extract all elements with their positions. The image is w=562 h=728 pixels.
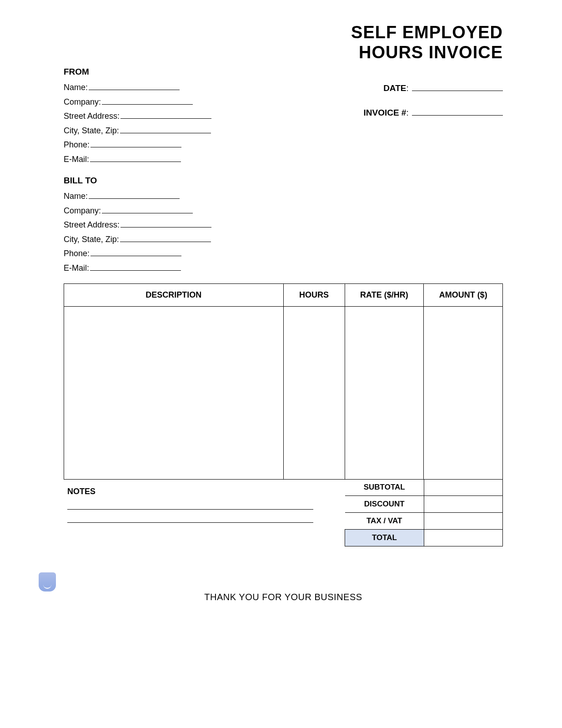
col-amount-header: AMOUNT ($) [424, 284, 503, 307]
cell-description[interactable] [64, 307, 284, 480]
col-description-header: DESCRIPTION [64, 284, 284, 307]
col-rate-header: RATE ($/HR) [345, 284, 424, 307]
table-header-row: DESCRIPTION HOURS RATE ($/HR) AMOUNT ($) [64, 284, 503, 307]
billto-name-label: Name: [64, 192, 88, 201]
invoice-no-colon: : [406, 108, 408, 117]
from-phone-row: Phone: [64, 138, 211, 152]
line-items-table: DESCRIPTION HOURS RATE ($/HR) AMOUNT ($) [64, 283, 503, 480]
notes-totals-row: NOTES SUBTOTAL DISCOUNT TAX / VAT TOTAL [64, 480, 503, 546]
billto-street-field[interactable] [120, 219, 211, 228]
billto-phone-field[interactable] [90, 248, 181, 256]
left-column: FROM Name: Company: Street Address: City… [64, 67, 211, 275]
document-title: SELF EMPLOYED HOURS INVOICE [351, 23, 503, 62]
tax-row: TAX / VAT [345, 513, 503, 530]
discount-label: DISCOUNT [345, 496, 424, 513]
tax-label: TAX / VAT [345, 513, 424, 530]
from-city-row: City, State, Zip: [64, 124, 211, 138]
billto-city-row: City, State, Zip: [64, 233, 211, 247]
notes-section: NOTES [64, 480, 310, 546]
from-city-field[interactable] [120, 125, 211, 133]
billto-section: BILL TO Name: Company: Street Address: C… [64, 176, 211, 275]
discount-value[interactable] [424, 496, 502, 513]
invoice-no-row: INVOICE #: [363, 105, 503, 120]
from-company-row: Company: [64, 95, 211, 110]
smile-icon [43, 585, 51, 589]
from-email-row: E-Mail: [64, 152, 211, 167]
invoice-no-label: INVOICE # [363, 108, 406, 117]
from-phone-field[interactable] [90, 139, 181, 147]
date-colon: : [406, 83, 408, 93]
billto-name-field[interactable] [89, 191, 180, 199]
from-company-label: Company: [64, 97, 101, 106]
billto-name-row: Name: [64, 189, 211, 204]
cell-rate[interactable] [345, 307, 424, 480]
notes-line-1[interactable] [67, 509, 313, 510]
document-title-container: SELF EMPLOYED HOURS INVOICE [64, 23, 503, 62]
from-company-field[interactable] [102, 96, 193, 105]
title-line-2: HOURS INVOICE [359, 43, 503, 62]
subtotal-label: SUBTOTAL [345, 479, 424, 496]
from-section: FROM Name: Company: Street Address: City… [64, 67, 211, 167]
table-body-row [64, 307, 503, 480]
from-street-row: Street Address: [64, 109, 211, 124]
billto-city-field[interactable] [120, 234, 211, 242]
billto-street-row: Street Address: [64, 218, 211, 233]
from-email-field[interactable] [90, 154, 181, 162]
from-city-label: City, State, Zip: [64, 126, 119, 135]
from-name-label: Name: [64, 83, 88, 92]
from-name-field[interactable] [89, 82, 180, 90]
col-hours-header: HOURS [283, 284, 345, 307]
billto-company-label: Company: [64, 206, 101, 215]
subtotal-value[interactable] [424, 479, 502, 496]
totals-section: SUBTOTAL DISCOUNT TAX / VAT TOTAL [345, 479, 503, 546]
total-row: TOTAL [345, 530, 503, 546]
billto-company-field[interactable] [102, 205, 193, 213]
title-line-1: SELF EMPLOYED [351, 23, 503, 42]
footer-message: THANK YOU FOR YOUR BUSINESS [64, 592, 503, 602]
cell-hours[interactable] [283, 307, 345, 480]
app-icon [39, 572, 56, 592]
from-email-label: E-Mail: [64, 155, 89, 164]
billto-city-label: City, State, Zip: [64, 235, 119, 244]
tax-value[interactable] [424, 513, 502, 530]
notes-line-2[interactable] [67, 522, 313, 523]
billto-company-row: Company: [64, 204, 211, 218]
top-section: FROM Name: Company: Street Address: City… [64, 67, 503, 275]
billto-email-row: E-Mail: [64, 261, 211, 276]
billto-email-label: E-Mail: [64, 263, 89, 273]
from-phone-label: Phone: [64, 140, 90, 149]
from-street-field[interactable] [120, 111, 211, 119]
from-street-label: Street Address: [64, 111, 120, 121]
notes-heading: NOTES [67, 487, 310, 496]
date-label: DATE [383, 83, 406, 93]
meta-section: DATE: INVOICE #: [363, 81, 503, 275]
billto-phone-label: Phone: [64, 249, 90, 258]
date-field[interactable] [412, 83, 503, 91]
billto-heading: BILL TO [64, 176, 211, 186]
discount-row: DISCOUNT [345, 496, 503, 513]
total-label: TOTAL [345, 530, 424, 546]
total-value[interactable] [424, 530, 502, 546]
billto-street-label: Street Address: [64, 220, 120, 229]
subtotal-row: SUBTOTAL [345, 479, 503, 496]
billto-email-field[interactable] [90, 263, 181, 271]
billto-phone-row: Phone: [64, 247, 211, 261]
from-heading: FROM [64, 67, 211, 77]
totals-table: SUBTOTAL DISCOUNT TAX / VAT TOTAL [345, 479, 503, 546]
cell-amount[interactable] [424, 307, 503, 480]
from-name-row: Name: [64, 81, 211, 95]
invoice-no-field[interactable] [412, 107, 503, 116]
date-row: DATE: [363, 81, 503, 96]
